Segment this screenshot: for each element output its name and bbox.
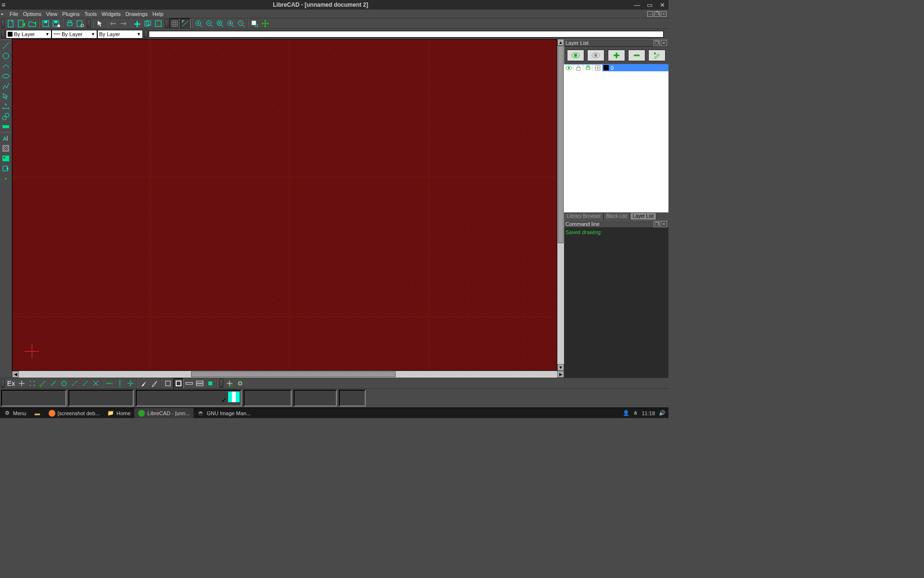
curve-tool[interactable] bbox=[0, 61, 12, 71]
scroll-up-button[interactable]: ▲ bbox=[557, 39, 564, 46]
layer-add-button[interactable] bbox=[608, 50, 625, 61]
layer-visibility-icon[interactable] bbox=[564, 65, 574, 71]
snap-distance-button[interactable] bbox=[80, 378, 90, 389]
layer-row[interactable]: 0 bbox=[564, 64, 668, 71]
taskbar-librecad[interactable]: LibreCAD - [unn... bbox=[134, 408, 193, 419]
tool-options-input[interactable] bbox=[149, 31, 664, 38]
polyline-tool[interactable] bbox=[0, 81, 12, 91]
menu-file[interactable]: File bbox=[7, 11, 21, 17]
toolbar-handle[interactable] bbox=[1, 379, 5, 388]
restrict-orthogonal-button[interactable] bbox=[125, 378, 136, 389]
mdi-close-button[interactable]: × bbox=[661, 11, 667, 17]
insert-image-tool[interactable] bbox=[0, 153, 12, 163]
layer-lock-icon[interactable] bbox=[574, 65, 583, 71]
restrict-vertical-button[interactable] bbox=[115, 378, 125, 389]
open-button[interactable] bbox=[27, 18, 38, 29]
circle-tool[interactable] bbox=[0, 51, 12, 61]
mdi-restore-button[interactable]: ❐ bbox=[654, 11, 660, 17]
mdi-document-icon[interactable]: ▪ bbox=[1, 11, 5, 17]
snap-intersection-button[interactable] bbox=[90, 378, 101, 389]
linewidth-combo[interactable]: By Layer▼ bbox=[51, 30, 97, 39]
restrict-horizontal-button[interactable] bbox=[104, 378, 115, 389]
layer-show-all-button[interactable] bbox=[567, 50, 584, 61]
toolbar-handle[interactable] bbox=[219, 379, 223, 388]
save-as-button[interactable] bbox=[51, 18, 62, 29]
restrict-nothing-button[interactable] bbox=[163, 378, 173, 389]
layer-name[interactable]: 0 bbox=[610, 65, 614, 71]
snap-free-button[interactable] bbox=[16, 378, 27, 389]
maximize-button[interactable]: ▭ bbox=[646, 1, 653, 8]
menu-help[interactable]: Help bbox=[150, 11, 166, 17]
mdi-minimize-button[interactable]: – bbox=[647, 11, 653, 17]
zoom-auto-button[interactable] bbox=[215, 18, 225, 29]
toolbar-handle[interactable] bbox=[1, 30, 5, 39]
taskbar-show-desktop[interactable]: ▬ bbox=[30, 408, 45, 419]
toolbar-handle[interactable] bbox=[87, 19, 90, 28]
grid-toggle-button[interactable] bbox=[169, 18, 180, 29]
toolbar-handle[interactable] bbox=[1, 19, 5, 28]
draft-toggle-button[interactable] bbox=[180, 18, 191, 29]
scroll-right-button[interactable]: ▶ bbox=[557, 371, 564, 378]
snap-middle-button[interactable] bbox=[69, 378, 80, 389]
new-template-button[interactable] bbox=[16, 18, 27, 29]
mtext-tool[interactable]: A bbox=[0, 133, 12, 143]
line-tool[interactable] bbox=[0, 40, 12, 51]
layer-hide-all-button[interactable] bbox=[587, 50, 604, 61]
vertical-scrollbar[interactable]: ▲ ▼ bbox=[557, 39, 564, 371]
tab-library-browser[interactable]: Library Browser bbox=[564, 212, 603, 220]
toolbar-handle[interactable] bbox=[144, 30, 148, 39]
linestyle-combo[interactable]: By Layer▼ bbox=[97, 30, 143, 39]
tray-volume-icon[interactable]: 🔊 bbox=[659, 410, 666, 416]
layer-edit-button[interactable] bbox=[648, 50, 666, 61]
tab-block-list[interactable]: Block List bbox=[603, 212, 630, 220]
lock-relative-zero-button[interactable] bbox=[224, 378, 235, 389]
color-combo[interactable]: By Layer▼ bbox=[6, 30, 51, 39]
dimension-tool[interactable] bbox=[0, 101, 12, 111]
taskbar-files[interactable]: 📁 Home bbox=[103, 408, 134, 419]
snap-exclusive-button[interactable]: Ex bbox=[6, 378, 16, 389]
snap-center-button[interactable] bbox=[59, 378, 69, 389]
restrict-45-toggle[interactable] bbox=[205, 378, 216, 389]
zoom-redraw-button[interactable] bbox=[153, 18, 164, 29]
toolbar-handle[interactable] bbox=[165, 19, 168, 28]
taskbar-gimp[interactable]: ◓ GNU Image Man... bbox=[193, 408, 255, 419]
menu-view[interactable]: View bbox=[44, 11, 60, 17]
snap-entity-button[interactable] bbox=[48, 378, 59, 389]
zoom-previous2-button[interactable] bbox=[225, 18, 236, 29]
menu-tools[interactable]: Tools bbox=[82, 11, 99, 17]
appmenu-icon[interactable]: ≡ bbox=[1, 2, 7, 8]
new-button[interactable] bbox=[6, 18, 16, 29]
command-output[interactable]: Saved drawing: bbox=[564, 228, 668, 378]
print-preview-button[interactable] bbox=[75, 18, 86, 29]
panel-float-button[interactable]: ❐ bbox=[654, 40, 660, 46]
menu-widgets[interactable]: Widgets bbox=[99, 11, 123, 17]
block-tool[interactable] bbox=[0, 163, 12, 173]
tray-network-icon[interactable]: ⋔ bbox=[633, 410, 638, 416]
tab-layer-list[interactable]: Layer List bbox=[630, 212, 656, 220]
restrict-v-toggle[interactable] bbox=[194, 378, 205, 389]
modify-tool[interactable] bbox=[0, 111, 12, 121]
panel-close-button[interactable]: × bbox=[661, 221, 667, 227]
zoom-pan2-button[interactable] bbox=[260, 18, 270, 29]
zoom-previous-button[interactable] bbox=[142, 18, 153, 29]
menu-drawings[interactable]: Drawings bbox=[123, 11, 150, 17]
layer-remove-button[interactable] bbox=[628, 50, 645, 61]
close-button[interactable]: ✕ bbox=[659, 1, 666, 8]
drawing-canvas[interactable] bbox=[12, 39, 557, 371]
horizontal-scrollbar[interactable]: ◀ ▶ bbox=[12, 371, 564, 378]
select-tool[interactable] bbox=[0, 91, 12, 101]
redo-button[interactable] bbox=[118, 18, 129, 29]
set-relative-zero-button[interactable] bbox=[235, 378, 245, 389]
zoom-abort-button[interactable] bbox=[236, 18, 246, 29]
restrict-ortho-toggle[interactable] bbox=[173, 378, 184, 389]
layer-color-swatch[interactable] bbox=[603, 65, 609, 70]
start-menu-button[interactable]: ⚙ Menu bbox=[0, 408, 30, 419]
restrict-h-toggle[interactable] bbox=[184, 378, 194, 389]
layer-print-icon[interactable] bbox=[583, 65, 593, 71]
ellipse-tool[interactable] bbox=[0, 71, 12, 81]
scroll-left-button[interactable]: ◀ bbox=[12, 371, 19, 378]
select-button[interactable] bbox=[94, 18, 105, 29]
zoom-pan-button[interactable] bbox=[132, 18, 142, 29]
minimize-button[interactable]: — bbox=[634, 1, 641, 8]
zoom-in-button[interactable] bbox=[193, 18, 204, 29]
